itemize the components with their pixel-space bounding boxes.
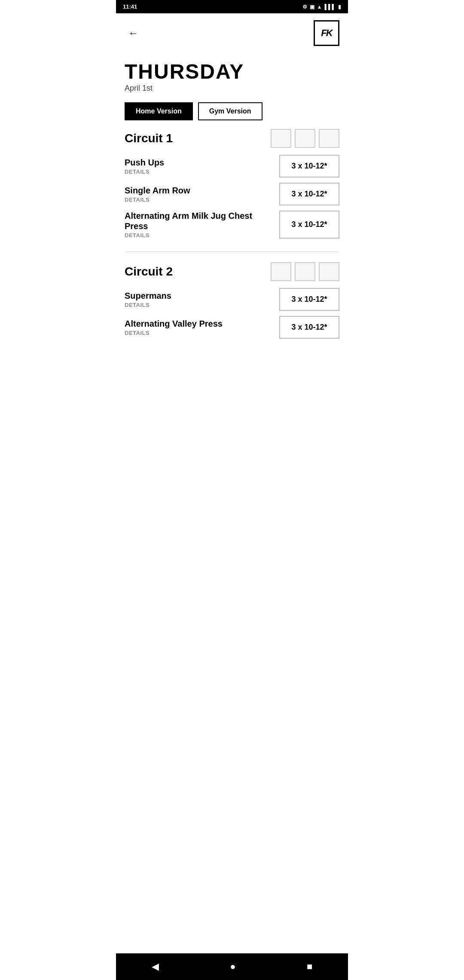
exercise-supermans-sets[interactable]: 3 x 10-12* [279, 288, 339, 311]
tab-gym-version[interactable]: Gym Version [198, 102, 263, 120]
exercise-single-arm-row-details[interactable]: DETAILS [125, 196, 274, 203]
signal-icon: ▌▌▌ [324, 4, 336, 10]
exercise-row-single-arm-row: Single Arm Row DETAILS 3 x 10-12* [125, 183, 339, 205]
back-button[interactable]: ← [125, 24, 142, 42]
circuit-1-indicator-1[interactable] [271, 129, 291, 148]
exercise-supermans-name: Supermans [125, 291, 274, 301]
circuit-1-header: Circuit 1 [125, 129, 339, 148]
page-title-section: THURSDAY April 1st [116, 53, 348, 97]
exercise-supermans-info: Supermans DETAILS [125, 288, 279, 311]
tab-home-version[interactable]: Home Version [125, 102, 193, 120]
exercise-valley-press-name: Alternating Valley Press [125, 318, 274, 329]
app-header: ← FK [116, 13, 348, 53]
exercise-milk-jug-press-name: Alternating Arm Milk Jug Chest Press [125, 211, 274, 231]
app-logo: FK [314, 20, 339, 46]
nav-square-button[interactable]: ■ [298, 959, 321, 975]
version-tabs: Home Version Gym Version [116, 97, 348, 129]
exercise-row-valley-press: Alternating Valley Press DETAILS 3 x 10-… [125, 316, 339, 339]
circuit-1-indicators [271, 129, 339, 148]
status-time: 11:41 [123, 3, 137, 10]
main-content: Circuit 1 Push Ups DETAILS 3 x 10-12* Si… [116, 129, 348, 339]
exercise-valley-press-sets[interactable]: 3 x 10-12* [279, 316, 339, 339]
wifi-icon: ▲ [317, 4, 322, 10]
circuit-1-indicator-3[interactable] [319, 129, 339, 148]
exercise-supermans-details[interactable]: DETAILS [125, 302, 274, 308]
exercise-valley-press-details[interactable]: DETAILS [125, 330, 274, 336]
circuit-1-title: Circuit 1 [125, 132, 173, 145]
nav-back-button[interactable]: ◀ [143, 959, 168, 975]
circuit-2-title: Circuit 2 [125, 265, 173, 279]
status-icons: ⚙ ▣ ▲ ▌▌▌ ▮ [302, 4, 341, 10]
circuit-2-indicator-2[interactable] [295, 262, 315, 281]
exercise-milk-jug-press-details[interactable]: DETAILS [125, 232, 274, 239]
nav-home-button[interactable]: ● [221, 959, 244, 975]
battery-icon: ▮ [338, 4, 341, 10]
exercise-row-supermans: Supermans DETAILS 3 x 10-12* [125, 288, 339, 311]
exercise-push-ups-details[interactable]: DETAILS [125, 168, 274, 175]
circuit-2-header: Circuit 2 [125, 262, 339, 281]
exercise-push-ups-name: Push Ups [125, 157, 274, 168]
circuit-divider [125, 251, 339, 252]
circuit-2-section: Circuit 2 Supermans DETAILS 3 x 10-12* A… [125, 262, 339, 339]
circuit-1-indicator-2[interactable] [295, 129, 315, 148]
exercise-single-arm-row-info: Single Arm Row DETAILS [125, 183, 279, 205]
settings-icon: ⚙ [302, 4, 307, 10]
sim-icon: ▣ [310, 4, 314, 10]
back-arrow-icon: ← [128, 27, 138, 39]
exercise-push-ups-info: Push Ups DETAILS [125, 155, 279, 178]
circuit-2-indicators [271, 262, 339, 281]
exercise-milk-jug-press-sets[interactable]: 3 x 10-12* [279, 211, 339, 239]
exercise-row-push-ups: Push Ups DETAILS 3 x 10-12* [125, 155, 339, 178]
circuit-1-section: Circuit 1 Push Ups DETAILS 3 x 10-12* Si… [125, 129, 339, 239]
page-date: April 1st [125, 84, 339, 93]
exercise-milk-jug-press-info: Alternating Arm Milk Jug Chest Press DET… [125, 211, 279, 239]
exercise-push-ups-sets[interactable]: 3 x 10-12* [279, 155, 339, 178]
bottom-nav: ◀ ● ■ [116, 953, 348, 980]
status-bar: 11:41 ⚙ ▣ ▲ ▌▌▌ ▮ [116, 0, 348, 13]
exercise-single-arm-row-name: Single Arm Row [125, 185, 274, 196]
exercise-row-milk-jug-press: Alternating Arm Milk Jug Chest Press DET… [125, 211, 339, 239]
exercise-single-arm-row-sets[interactable]: 3 x 10-12* [279, 183, 339, 205]
page-day: THURSDAY [125, 61, 339, 82]
exercise-valley-press-info: Alternating Valley Press DETAILS [125, 316, 279, 339]
circuit-2-indicator-1[interactable] [271, 262, 291, 281]
circuit-2-indicator-3[interactable] [319, 262, 339, 281]
bottom-spacer [116, 352, 348, 382]
